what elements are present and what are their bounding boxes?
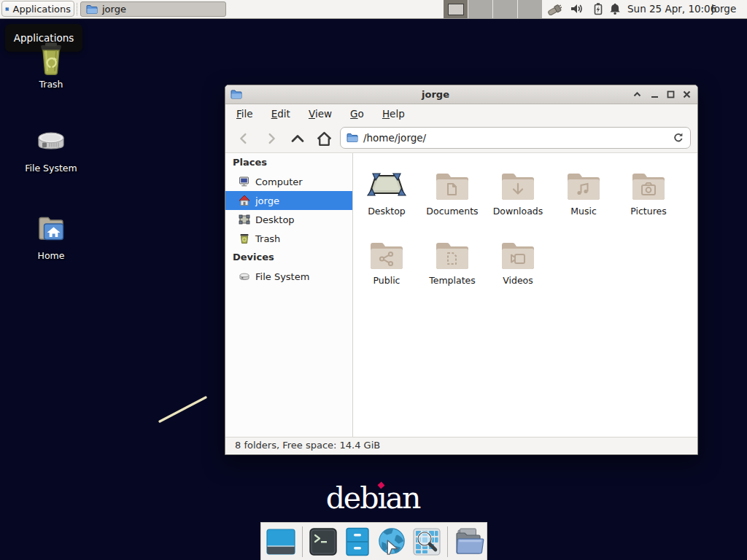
desktop-icon bbox=[239, 214, 250, 225]
desktop-icon-home[interactable]: Home bbox=[16, 211, 86, 261]
path-entry[interactable]: /home/jorge/ bbox=[340, 127, 691, 149]
wallpaper-line-graphic bbox=[153, 391, 214, 427]
folder-icon bbox=[347, 133, 358, 143]
window-titlebar[interactable]: jorge bbox=[225, 85, 697, 104]
panel-handle[interactable] bbox=[77, 3, 80, 15]
brand-text: an bbox=[386, 481, 420, 516]
close-button[interactable] bbox=[681, 88, 693, 101]
folder-label: Desktop bbox=[354, 206, 419, 217]
workspace-switcher[interactable] bbox=[444, 0, 542, 18]
top-panel: Applications jorge bbox=[0, 0, 747, 19]
folder-icon bbox=[86, 4, 98, 15]
sidebar-item-desktop[interactable]: Desktop bbox=[225, 210, 352, 229]
chevron-up-icon bbox=[289, 130, 306, 147]
desktop-icon-label: Trash bbox=[16, 79, 86, 90]
panel-username[interactable]: jorge bbox=[711, 0, 736, 18]
folder-item-videos[interactable]: Videos bbox=[485, 238, 551, 287]
folder-item-desktop[interactable]: Desktop bbox=[354, 169, 419, 217]
folder-item-public[interactable]: Public bbox=[354, 238, 419, 287]
workspace-window-preview bbox=[448, 4, 464, 15]
volume-icon[interactable] bbox=[570, 2, 584, 17]
close-icon bbox=[682, 90, 692, 99]
workspace-3[interactable] bbox=[492, 0, 517, 18]
home-button[interactable] bbox=[314, 129, 333, 148]
statusbar: 8 folders, Free space: 14.4 GiB bbox=[225, 437, 697, 454]
applications-menu-button[interactable]: Applications bbox=[1, 1, 74, 17]
home-folder-icon bbox=[34, 211, 69, 246]
panel-clock[interactable]: Sun 25 Apr, 10:06 bbox=[627, 0, 716, 18]
folder-item-templates[interactable]: Templates bbox=[419, 238, 485, 287]
forward-button[interactable] bbox=[262, 129, 281, 148]
sidebar-item-label: Computer bbox=[255, 176, 303, 187]
home-icon bbox=[239, 195, 250, 206]
chevron-left-icon bbox=[236, 131, 252, 147]
terminal-launcher[interactable] bbox=[309, 526, 338, 557]
folder-label: Music bbox=[551, 206, 616, 217]
window-body: Places Computer jo bbox=[225, 153, 697, 437]
file-cabinet-launcher[interactable] bbox=[343, 526, 373, 557]
chevron-up-icon bbox=[632, 90, 642, 99]
maximize-button[interactable] bbox=[665, 88, 677, 101]
menu-file[interactable]: File bbox=[230, 104, 260, 123]
web-browser-launcher[interactable] bbox=[376, 526, 407, 557]
music-folder-icon bbox=[566, 169, 601, 204]
web-browser-globe-icon bbox=[376, 526, 407, 558]
desktop-icon-trash[interactable]: Trash bbox=[16, 40, 86, 90]
maximize-icon bbox=[666, 90, 676, 99]
folder-label: Pictures bbox=[616, 206, 681, 217]
menu-view[interactable]: View bbox=[302, 104, 338, 123]
battery-charging-icon[interactable] bbox=[591, 2, 605, 17]
folder-icon bbox=[231, 89, 242, 100]
folder-label: Videos bbox=[485, 275, 551, 287]
workspace-4[interactable] bbox=[517, 0, 542, 18]
menu-edit[interactable]: Edit bbox=[265, 104, 297, 123]
app-finder-launcher[interactable] bbox=[411, 526, 441, 557]
sidebar-item-computer[interactable]: Computer bbox=[225, 172, 352, 191]
workspace-2[interactable] bbox=[468, 0, 492, 18]
terminal-icon bbox=[309, 527, 338, 556]
sidebar-item-jorge[interactable]: jorge bbox=[225, 191, 352, 210]
folder-item-pictures[interactable]: Pictures bbox=[616, 169, 681, 217]
sidebar-item-label: jorge bbox=[255, 195, 279, 206]
menu-go[interactable]: Go bbox=[344, 104, 371, 123]
reload-icon[interactable] bbox=[673, 132, 684, 144]
trash-icon bbox=[34, 40, 69, 75]
folder-item-downloads[interactable]: Downloads bbox=[485, 169, 551, 217]
plug-icon[interactable] bbox=[547, 2, 562, 17]
folder-item-music[interactable]: Music bbox=[551, 169, 616, 217]
sidebar-item-filesystem[interactable]: File System bbox=[225, 267, 352, 286]
computer-icon bbox=[239, 176, 250, 187]
statusbar-text: 8 folders, Free space: 14.4 GiB bbox=[235, 440, 380, 451]
folder-label: Documents bbox=[419, 206, 485, 217]
up-button[interactable] bbox=[288, 129, 307, 148]
desktop-icon-filesystem[interactable]: File System bbox=[16, 124, 86, 174]
shade-button[interactable] bbox=[631, 88, 643, 101]
file-cabinet-icon bbox=[344, 527, 371, 556]
bell-icon[interactable] bbox=[608, 2, 622, 17]
dock-panel bbox=[260, 522, 487, 560]
folder-item-documents[interactable]: Documents bbox=[419, 169, 485, 217]
brand-text: deb bbox=[326, 481, 378, 516]
templates-folder-icon bbox=[435, 238, 470, 273]
show-desktop-button[interactable] bbox=[266, 526, 296, 557]
sidebar-item-label: Desktop bbox=[255, 214, 295, 225]
path-text: /home/jorge/ bbox=[363, 132, 667, 144]
sidebar-item-trash[interactable]: Trash bbox=[225, 229, 352, 248]
show-desktop-icon bbox=[266, 527, 295, 556]
back-button[interactable] bbox=[234, 129, 253, 148]
minimize-icon bbox=[650, 90, 659, 99]
file-manager-launcher[interactable] bbox=[454, 526, 484, 557]
files-folder-icon bbox=[454, 527, 484, 556]
folder-view[interactable]: Desktop Documents Down bbox=[353, 153, 697, 437]
minimize-button[interactable] bbox=[649, 88, 661, 101]
workspace-1[interactable] bbox=[444, 0, 468, 18]
menu-help[interactable]: Help bbox=[376, 104, 411, 123]
sidebar-header-places: Places bbox=[225, 153, 352, 172]
documents-folder-icon bbox=[435, 169, 470, 204]
drive-icon bbox=[34, 124, 69, 159]
app-finder-icon bbox=[412, 527, 441, 556]
public-folder-icon bbox=[369, 238, 404, 273]
taskbar-window-button[interactable]: jorge bbox=[80, 1, 226, 17]
toolbar: /home/jorge/ bbox=[225, 123, 697, 153]
sidebar: Places Computer jo bbox=[225, 153, 353, 437]
